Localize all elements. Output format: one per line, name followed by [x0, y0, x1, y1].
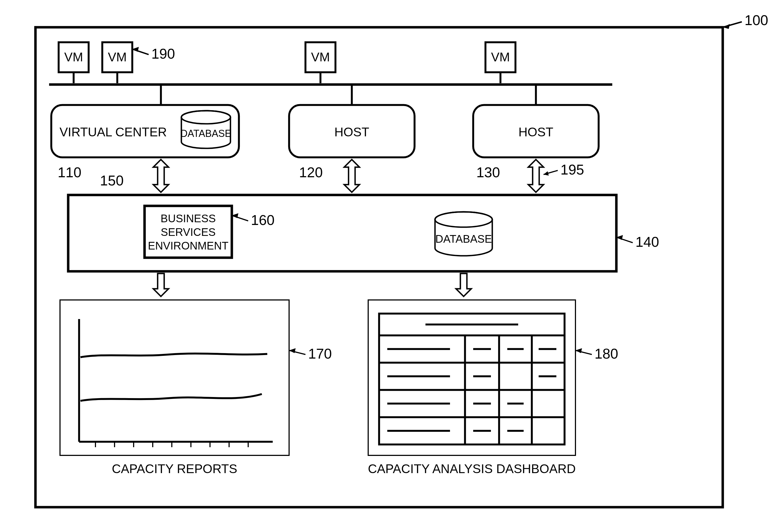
vm-label: VM [64, 50, 83, 64]
database-icon: DATABASE [181, 111, 232, 148]
ref-190: 190 [151, 46, 175, 62]
vm-label: VM [491, 50, 510, 64]
dashboard-table [379, 314, 565, 444]
ref-140: 140 [635, 234, 659, 250]
bse-line1: BUSINESS [161, 212, 216, 224]
ref-120: 120 [299, 164, 323, 180]
reports-panel [60, 300, 289, 455]
vm-label: VM [311, 50, 330, 64]
ref-110: 110 [58, 164, 82, 180]
reports-caption: CAPACITY REPORTS [112, 462, 237, 476]
vm-label: VM [108, 50, 127, 64]
host-block-1: HOST [289, 105, 415, 157]
database-label: DATABASE [181, 128, 232, 139]
bse-line2: SERVICES [161, 226, 216, 238]
svg-rect-43 [379, 314, 565, 444]
ref-170: 170 [308, 346, 332, 362]
virtual-center-block: VIRTUAL CENTER DATABASE [51, 105, 239, 157]
database-icon-mid: DATABASE [435, 212, 492, 256]
bse-line3: ENVIRONMENT [148, 240, 229, 252]
host-block-2: HOST [473, 105, 599, 157]
diagram-root: 100 VM VM 190 VM VM VIRTUAL CENTER [0, 0, 771, 532]
host-label: HOST [518, 125, 553, 139]
ref-195: 195 [560, 162, 584, 178]
ref-130: 130 [476, 164, 500, 180]
ref-150: 150 [100, 173, 124, 188]
ref-180: 180 [595, 346, 618, 362]
ref-160: 160 [251, 212, 275, 228]
dashboard-panel [368, 300, 575, 455]
database-label: DATABASE [435, 233, 492, 245]
ref-100: 100 [745, 12, 768, 28]
dashboard-caption: CAPACITY ANALYSIS DASHBOARD [368, 462, 576, 476]
bse-block: BUSINESS SERVICES ENVIRONMENT [145, 206, 232, 258]
svg-rect-28 [60, 300, 289, 455]
host-label: HOST [334, 125, 369, 139]
virtual-center-label: VIRTUAL CENTER [59, 125, 167, 139]
ref-arrow-100: 100 [723, 12, 768, 29]
